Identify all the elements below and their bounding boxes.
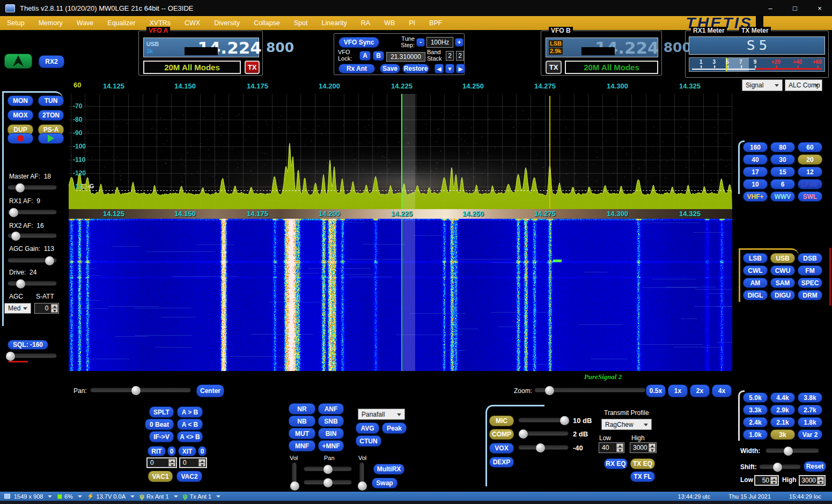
band-button-15[interactable]: 15 — [770, 167, 795, 177]
band-button-80[interactable]: 80 — [770, 142, 795, 152]
swap-button[interactable]: Swap — [372, 478, 397, 488]
peak-button[interactable]: Peak — [382, 423, 407, 434]
rit-button[interactable]: RIT — [148, 446, 166, 456]
width-slider[interactable] — [765, 448, 819, 453]
rx2-vol-slider[interactable] — [359, 462, 364, 488]
band-button-6[interactable]: 6 — [770, 179, 795, 189]
filter-button-2.4k[interactable]: 2.4k — [743, 417, 768, 427]
mnf-button[interactable]: MNF — [289, 440, 315, 451]
multirx-button[interactable]: MultiRX — [373, 464, 404, 475]
vfo-b-frequency-display[interactable]: LSB 2.9k 14.224 800 — [546, 38, 658, 57]
mode-button-spec[interactable]: SPEC — [798, 278, 822, 288]
rx2-pan-slider[interactable] — [304, 480, 352, 485]
zoom-2x-button[interactable]: 2x — [690, 384, 710, 397]
maximize-button[interactable]: □ — [783, 0, 807, 16]
menu-item-bpf[interactable]: BPF — [422, 16, 449, 30]
filter-button-1.8k[interactable]: 1.8k — [798, 417, 822, 427]
xit-spinner[interactable]: 0 — [179, 457, 207, 468]
vac2-button[interactable]: VAC2 — [176, 471, 202, 482]
mode-button-dsb[interactable]: DSB — [798, 253, 822, 263]
mic-gain-slider[interactable] — [518, 418, 569, 423]
tx-fl-button[interactable]: TX FL — [630, 471, 655, 482]
snb-button[interactable]: SNB — [318, 416, 344, 427]
rit-spinner[interactable]: 0 — [146, 457, 177, 468]
vfo-sync-button[interactable]: VFO Sync — [338, 37, 379, 48]
comp-slider[interactable] — [518, 431, 569, 436]
menu-item-ra[interactable]: RA — [354, 16, 377, 30]
rx-eq-button[interactable]: RX EQ — [604, 458, 628, 469]
zoom-slider[interactable] — [534, 388, 646, 392]
waterfall[interactable] — [69, 219, 732, 371]
band-button-12[interactable]: 12 — [798, 167, 822, 177]
band-down-button[interactable]: ▼ — [445, 64, 454, 73]
mode-button-digl[interactable]: DIGL — [743, 290, 768, 300]
satt-spinner[interactable]: 0 — [34, 303, 59, 314]
resolution-caret-icon[interactable] — [48, 495, 52, 498]
rx-ant-button[interactable]: Rx Ant — [338, 64, 375, 73]
band-button-60[interactable]: 60 — [798, 142, 822, 152]
agc-select[interactable]: Med — [4, 303, 31, 314]
rx1-vol-slider[interactable] — [292, 462, 297, 488]
band-button-wwv[interactable]: WWV — [770, 191, 795, 202]
mode-button-usb[interactable]: USB — [770, 253, 795, 263]
left-button-tun[interactable]: TUN — [38, 95, 64, 106]
rx2-af-slider[interactable] — [8, 233, 57, 238]
band-button-17[interactable]: 17 — [743, 167, 768, 177]
play-button[interactable] — [38, 133, 64, 144]
vac1-button[interactable]: VAC1 — [148, 471, 173, 482]
filter-button-5.0k[interactable]: 5.0k — [743, 392, 768, 403]
filter-button-3.8k[interactable]: 3.8k — [798, 392, 822, 403]
save-button[interactable]: Save — [380, 64, 400, 73]
band-button-160[interactable]: 160 — [743, 142, 768, 152]
add-mnf-button[interactable]: +MNF — [318, 440, 344, 451]
xit-button[interactable]: XIT — [178, 446, 196, 456]
zoom-4x-button[interactable]: 4x — [712, 384, 732, 397]
comp-button[interactable]: COMP — [489, 429, 514, 440]
agc-gain-marker[interactable]: -G — [82, 183, 94, 189]
band-stack-1[interactable]: 2 — [446, 51, 454, 61]
sql-button[interactable]: SQL: -160 — [8, 340, 48, 350]
mic-button[interactable]: MIC — [489, 416, 514, 426]
zoom-1x-button[interactable]: 1x — [668, 384, 688, 397]
split-button[interactable]: SPLT — [149, 406, 174, 418]
rx-antenna-caret-icon[interactable] — [174, 495, 178, 498]
vfo-lock-a-button[interactable]: A — [359, 51, 371, 61]
menu-item-diversity[interactable]: Diversity — [207, 16, 247, 30]
agc-gain-slider[interactable] — [8, 258, 57, 263]
tx-antenna-caret-icon[interactable] — [216, 495, 220, 498]
filter-button-2.1k[interactable]: 2.1k — [770, 417, 795, 427]
pan-slider[interactable] — [90, 388, 191, 392]
band-button-10[interactable]: 10 — [743, 179, 768, 189]
tune-step-up-button[interactable]: + — [455, 38, 463, 47]
band-button-vhf+[interactable]: VHF+ — [743, 191, 768, 202]
mode-button-sam[interactable]: SAM — [770, 278, 795, 288]
band-next-button[interactable]: ▶ — [456, 64, 465, 73]
dexp-button[interactable]: DEXP — [489, 457, 514, 468]
menu-item-pi[interactable]: PI — [402, 16, 422, 30]
band-button-lfmf[interactable]: LFMF — [798, 179, 822, 189]
nr-button[interactable]: NR — [289, 403, 315, 414]
filter-button-3.3k[interactable]: 3.3k — [743, 405, 768, 415]
record-button[interactable] — [8, 133, 33, 144]
menu-item-spot[interactable]: Spot — [287, 16, 315, 30]
waterfall-canvas[interactable] — [69, 219, 732, 371]
tx-low-spinner[interactable]: 40 — [599, 442, 624, 453]
band-stack-2[interactable]: 2 — [456, 51, 464, 61]
close-button[interactable]: × — [807, 0, 832, 16]
shift-reset-button[interactable]: Reset — [804, 461, 826, 472]
avg-button[interactable]: AVG — [356, 423, 379, 434]
a-swap-b-button[interactable]: A <> B — [177, 431, 203, 442]
mute-button[interactable]: MUT — [289, 428, 315, 439]
vox-slider[interactable] — [518, 445, 569, 450]
band-prev-button[interactable]: ◀ — [435, 64, 444, 73]
tx-eq-button[interactable]: TX EQ — [630, 458, 655, 469]
rit-step-button[interactable]: 0 — [167, 446, 176, 456]
menu-item-wb[interactable]: WB — [377, 16, 402, 30]
band-button-30[interactable]: 30 — [770, 154, 795, 165]
zero-beat-button[interactable]: 0 Beat — [145, 419, 174, 430]
tune-step-down-button[interactable]: - — [416, 38, 425, 47]
left-button-mon[interactable]: MON — [8, 95, 33, 106]
rx-meter-mode-select[interactable]: Signal — [742, 79, 783, 91]
menu-item-memory[interactable]: Memory — [32, 16, 70, 30]
rx1-pan-slider[interactable] — [304, 466, 352, 471]
